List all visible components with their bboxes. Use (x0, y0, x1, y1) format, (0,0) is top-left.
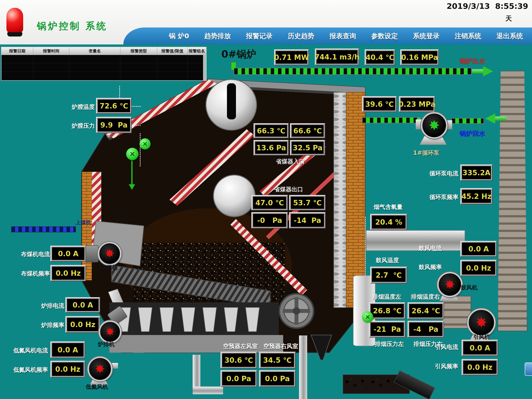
furnace-temp-label: 炉膛温度 (72, 103, 95, 111)
meter-exh-pa-right: -4 Pa (408, 321, 444, 338)
nav-trend-emission[interactable]: 趋势排放 (204, 32, 231, 41)
left-wall-brick (82, 172, 92, 280)
alarm-col-variable: 变量名 (69, 47, 120, 55)
meter-eco-inlet-temp-left: 66.3 ℃ (253, 123, 289, 138)
meter-preheater-pa-left: 0.0 Pa (221, 370, 257, 387)
outlet-pipe (234, 68, 471, 75)
meter-exh-temp-left: 26.8 ℃ (369, 302, 405, 319)
meter-eco-inlet-temp-right: 66.6 ℃ (290, 123, 325, 138)
induced-freq-label: 引风频率 (435, 362, 458, 370)
preheater-right-label: 空预器右风室 (263, 342, 298, 350)
meter-circ-freq: 45.2 Hz (460, 188, 493, 204)
blast-current-label: 鼓风电流 (419, 244, 442, 252)
meter-eco-outlet-temp-right: 53.7 ℃ (289, 195, 326, 210)
nav-report-query[interactable]: 报表查询 (329, 32, 356, 41)
blast-freq-label: 鼓风频率 (419, 263, 442, 271)
meter-return-temp: 39.6 ℃ (362, 96, 397, 112)
grate-freq-label: 炉排频率 (41, 321, 64, 329)
nav-logout[interactable]: 注销系统 (455, 32, 481, 41)
alarm-col-type: 报警类型 (120, 47, 157, 55)
return-pipe-label: 锅炉回水 (460, 129, 485, 138)
meter-preheater-temp-left: 30.6 ℃ (221, 352, 257, 368)
lownox-label: 低氮风机 (86, 383, 108, 391)
meter-boiler-power: 0.71 MW (274, 49, 309, 65)
induced-current-label: 引风电流 (435, 343, 458, 351)
induced-fan-label: 引风机 (473, 333, 490, 341)
blast-fan-label: 鼓风机 (461, 284, 477, 291)
grate-label: 炉排机 (98, 340, 114, 348)
circ-current-label: 循环泵电流 (430, 170, 458, 177)
chimney-tall (498, 71, 527, 331)
grate-current-label: 炉排电流 (41, 302, 64, 310)
heat-exchanger (334, 92, 346, 307)
preheater-left-label: 空预器左风室 (223, 342, 258, 350)
spreader-fan-icon[interactable]: ✸ (98, 242, 121, 265)
outlet-pipe-label: 锅炉出水 (460, 57, 485, 65)
meter-blast-current: 0.0 A (460, 241, 497, 257)
meter-eco-outlet-pa-right: -14 Pa (289, 212, 326, 229)
alarm-beacon-base (7, 32, 22, 37)
alarm-table-scrollbar[interactable] (203, 55, 206, 80)
induced-fan-icon[interactable]: ✸ (467, 308, 495, 337)
nav-boiler0[interactable]: 锅 炉0 (169, 32, 189, 41)
o2-label: 烟气含氧量 (374, 203, 403, 211)
nav-alarm-records[interactable]: 报警记录 (246, 32, 273, 41)
status-indicator-icon: ✕ (362, 311, 373, 323)
slag-pipe (394, 370, 435, 399)
circulation-pump-icon[interactable]: ✸ (421, 112, 448, 139)
alarm-table: 报警日期 报警时间 变量名 报警类型 报警值/限值 报警组名 (1, 47, 207, 81)
blast-fan-icon[interactable]: ✸ (437, 272, 462, 297)
exh-temp-right-label: 排烟温度右 (411, 293, 440, 301)
meter-blast-temp: 2.7 ℃ (370, 267, 407, 283)
spreader-current-label: 布煤机电流 (21, 250, 50, 258)
lownox-current-label: 低氮风机电流 (13, 347, 48, 354)
meter-boiler-flow: 744.1 m3/h (315, 49, 359, 65)
probe-line (131, 161, 133, 185)
meter-furnace-pressure: 9.9 Pa (96, 117, 132, 133)
nav-exit[interactable]: 退出系统 (496, 32, 523, 41)
meter-preheater-pa-right: 0.0 Pa (259, 370, 296, 387)
page-title: 锅炉控制 系统 (37, 20, 107, 33)
circ-freq-label: 循环泵频率 (430, 193, 458, 201)
day-label: 天 (505, 14, 512, 23)
meter-blast-freq: 0.0 Hz (460, 260, 497, 276)
nav-history-trends[interactable]: 历史趋势 (288, 32, 314, 41)
meter-eco-inlet-pa-left: 13.6 Pa (253, 140, 289, 156)
meter-eco-inlet-pa-right: 32.5 Pa (290, 140, 325, 156)
coal-feed-label: 上煤机 (76, 219, 91, 226)
grate-drive-icon[interactable]: ✸ (99, 321, 121, 343)
time-display: 8:55:39 (495, 2, 528, 11)
meter-grate-freq: 0.0 Hz (65, 316, 100, 333)
corner-logo[interactable] (525, 362, 532, 376)
meter-grate-current: 0.0 A (65, 297, 100, 313)
nav-system-login[interactable]: 系统登录 (413, 32, 440, 41)
blast-temp-label: 鼓风温度 (376, 256, 399, 264)
spreader-label: 布煤机 (101, 264, 118, 271)
meter-exh-temp-right: 26.4 ℃ (408, 302, 444, 319)
return-pipe-left (362, 117, 420, 123)
date-display: 2019/3/13 (447, 2, 490, 11)
meter-induced-current: 0.0 A (462, 340, 498, 356)
grate-drive-wheel (279, 294, 314, 328)
meter-induced-freq: 0.0 Hz (462, 359, 498, 375)
preheater-pipe-right (299, 335, 307, 399)
lownox-fan-icon[interactable]: ✸ (88, 356, 112, 381)
lownox-freq-label: 低氮风机频率 (13, 366, 48, 374)
alarm-col-value: 报警值/限值 (157, 47, 188, 55)
furnace-pressure-label: 炉膛压力 (72, 122, 95, 130)
nav-parameter-settings[interactable]: 参数设定 (371, 32, 398, 41)
meter-eco-outlet-temp-left: 47.0 ℃ (251, 195, 288, 210)
meter-preheater-temp-right: 34.5 ℃ (259, 352, 296, 368)
boiler-name: 0#锅炉 (221, 48, 256, 61)
meter-eco-outlet-pa-left: -0 Pa (251, 212, 288, 229)
steam-drum-lower (213, 175, 255, 217)
meter-lownox-current: 0.0 A (51, 341, 85, 358)
alarm-col-date: 报警日期 (1, 47, 33, 55)
meter-outlet-pressure: 0.16 MPa (400, 49, 439, 65)
flue-duct (366, 230, 465, 251)
exh-temp-left-label: 排烟温度左 (372, 293, 401, 301)
eco-inlet-label: 省煤器入口 (276, 158, 305, 165)
meter-o2: 20.4 % (370, 214, 407, 230)
probe-arrow-icon (129, 184, 135, 190)
circulation-pump-label: 1#循环泵 (413, 149, 439, 157)
